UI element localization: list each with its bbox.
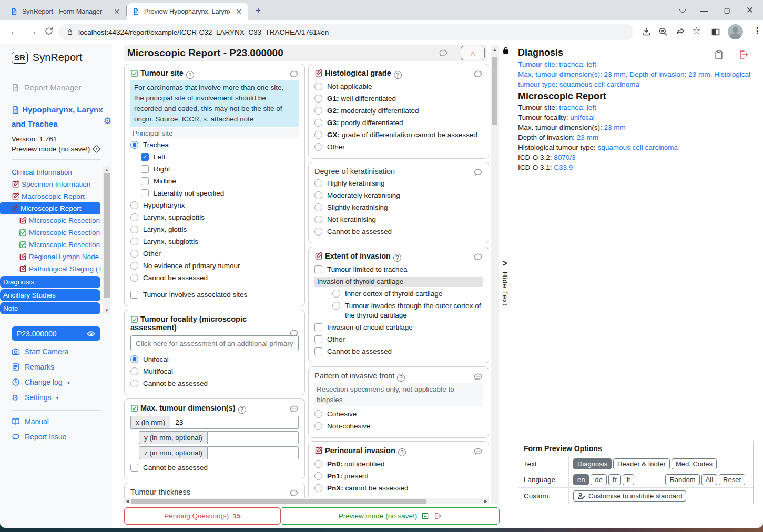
checkbox-control[interactable]: ✓ <box>141 153 149 161</box>
value-input[interactable] <box>207 431 299 444</box>
radio-option[interactable]: Hypopharynx <box>130 199 299 211</box>
sidebar-item-diagnosis[interactable]: Diagnosis <box>0 276 100 288</box>
checkbox-control[interactable] <box>314 335 322 343</box>
pending-questions-button[interactable]: Pending Question(s): 15 <box>124 507 281 525</box>
radio-control[interactable] <box>314 95 322 103</box>
radio-control[interactable] <box>314 460 322 468</box>
maximize-button[interactable]: ▢ <box>724 6 730 14</box>
checkbox-option[interactable]: Laterality not specified <box>141 187 299 199</box>
radio-option[interactable]: Not applicable <box>314 80 483 93</box>
radio-option[interactable]: Moderately keratinising <box>314 189 483 201</box>
forward-button[interactable]: → <box>27 26 37 37</box>
radio-control[interactable] <box>314 83 322 90</box>
refresh-button[interactable] <box>44 26 54 36</box>
radio-control[interactable] <box>314 422 322 430</box>
sidebar-item-note[interactable]: Note <box>0 302 100 314</box>
radio-option[interactable]: Trachea <box>130 139 299 151</box>
radio-control[interactable] <box>314 179 322 187</box>
option-button-med-codes[interactable]: Med. Codes <box>672 458 717 469</box>
option-button-all[interactable]: All <box>701 474 717 485</box>
radio-control[interactable] <box>130 141 138 149</box>
sidebar-item-regional-lymph-node[interactable]: Regional Lymph Node ... <box>0 251 112 263</box>
zoom-icon[interactable] <box>658 27 668 36</box>
radio-control[interactable] <box>130 367 138 375</box>
checkbox-option[interactable]: ✓Left <box>141 151 299 163</box>
checkbox-option[interactable]: Midline <box>141 175 299 187</box>
option-button-customise-to-institute-standard[interactable]: Customise to institute standard <box>573 490 686 502</box>
radio-option[interactable]: Slightly keratinising <box>314 201 483 213</box>
radio-control[interactable] <box>130 250 138 258</box>
radio-control[interactable] <box>314 228 322 236</box>
profile-avatar[interactable] <box>728 24 743 39</box>
main-vertical-scrollbar[interactable]: ▲ <box>491 45 499 504</box>
manual-link[interactable]: Manual <box>12 417 112 426</box>
sidebar-item-macroscopic-report[interactable]: Macroscopic Report <box>0 190 112 202</box>
export-icon[interactable] <box>738 49 748 60</box>
sidebar-item-pathological-staging-t[interactable]: Pathological Staging (T... <box>0 263 112 275</box>
sidebar-item-microscopic-resection[interactable]: Microscopic Resection ... <box>0 214 112 227</box>
radio-control[interactable] <box>314 131 322 139</box>
close-button[interactable]: ✕ <box>746 5 754 16</box>
bubble-icon[interactable] <box>473 168 483 177</box>
radio-option[interactable]: Other <box>130 248 299 260</box>
help-icon[interactable]: ? <box>186 71 194 79</box>
bookmark-star-icon[interactable]: ☆ <box>692 25 701 37</box>
sidebar-item-microscopic-report[interactable]: Microscopic Report <box>0 202 100 214</box>
option-button-it[interactable]: it <box>623 474 635 485</box>
radio-option[interactable]: No evidence of primary tumour <box>130 260 299 272</box>
bubble-icon[interactable] <box>473 372 483 382</box>
radio-option[interactable]: G3: poorly differentiated <box>314 117 483 129</box>
sidebar-item-clinical-information[interactable]: Clinical Information <box>0 166 112 178</box>
option-button-en[interactable]: en <box>573 474 589 485</box>
radio-option[interactable]: GX: grade of differentiation cannot be a… <box>314 129 483 141</box>
tab-close-icon[interactable]: ✕ <box>113 7 121 16</box>
radio-option[interactable]: Larynx, glottis <box>130 223 299 236</box>
checkbox-option[interactable]: Tumour involves associated sites <box>130 289 299 301</box>
radio-option[interactable]: Unifocal <box>130 353 299 365</box>
checkbox-control[interactable] <box>130 291 138 299</box>
checkbox-control[interactable] <box>314 265 322 273</box>
bubble-icon[interactable] <box>473 252 483 262</box>
radio-option[interactable]: Non-cohesive <box>314 420 483 432</box>
radio-option[interactable]: Not keratinising <box>314 213 483 226</box>
checkbox-control[interactable] <box>314 323 322 331</box>
radio-control[interactable] <box>130 201 138 209</box>
sidebar-item-ancillary-studies[interactable]: Ancillary Studies <box>0 289 100 301</box>
radio-control[interactable] <box>130 213 138 221</box>
new-tab-button[interactable]: + <box>256 5 261 16</box>
checkbox-control[interactable] <box>141 177 149 185</box>
collapse-button[interactable]: △ <box>461 46 485 60</box>
report-manager-link[interactable]: Report Manager <box>12 83 112 92</box>
radio-option[interactable]: Tumour invades through the outer cortex … <box>332 300 483 321</box>
tab-close-icon[interactable]: ✕ <box>235 7 243 16</box>
radio-control[interactable] <box>314 484 322 492</box>
radio-option[interactable]: PnX: cannot be assessed <box>314 482 483 494</box>
radio-control[interactable] <box>314 143 322 151</box>
radio-control[interactable] <box>130 226 138 233</box>
help-icon[interactable]: ? <box>397 374 405 382</box>
radio-option[interactable]: Cannot be assessed <box>314 226 483 238</box>
comment-bubble-icon[interactable] <box>439 48 448 58</box>
radio-control[interactable] <box>332 290 340 298</box>
option-button-reset[interactable]: Reset <box>719 474 745 485</box>
radio-option[interactable]: Pn0: not identified <box>314 458 483 470</box>
radio-option[interactable]: Larynx, subglottis <box>130 236 299 248</box>
sidebar-item-microscopic-resection[interactable]: Microscopic Resection ... <box>0 239 112 251</box>
radio-option[interactable]: Other <box>314 141 483 153</box>
radio-option[interactable]: Multifocal <box>130 365 299 377</box>
checkbox-control[interactable] <box>141 165 149 173</box>
radio-option[interactable]: G1: well differentiated <box>314 93 483 105</box>
option-button-header-footer[interactable]: Header & footer <box>613 458 670 469</box>
additional-assessment-input[interactable] <box>130 335 299 351</box>
radio-control[interactable] <box>314 203 322 211</box>
sidebar-item-specimen-information[interactable]: Specimen Information <box>0 178 112 190</box>
checkbox-option[interactable]: Cannot be assessed <box>130 462 299 474</box>
bubble-icon[interactable] <box>473 69 483 79</box>
back-button[interactable]: ← <box>9 26 19 37</box>
option-button-random[interactable]: Random <box>665 474 699 485</box>
checkbox-option[interactable]: Right <box>141 163 299 175</box>
browser-menu-icon[interactable]: ⋮ <box>753 26 761 36</box>
hide-text-toggle[interactable]: > Hide Text <box>499 259 511 308</box>
bubble-icon[interactable] <box>289 488 299 498</box>
radio-option[interactable]: Highly keratinising <box>314 177 483 189</box>
